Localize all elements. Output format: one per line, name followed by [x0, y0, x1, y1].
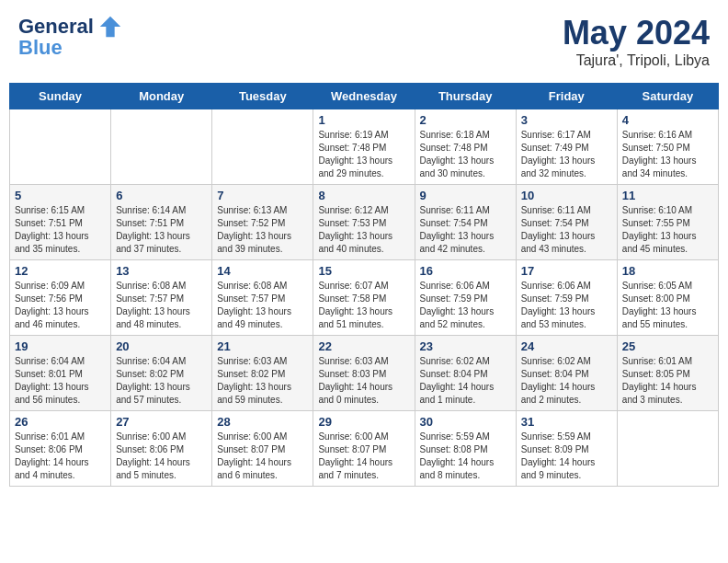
calendar-cell: [111, 109, 212, 185]
day-number: 1: [318, 113, 409, 127]
title-area: May 2024 Tajura', Tripoli, Libya: [563, 14, 710, 69]
day-number: 12: [15, 264, 106, 278]
day-info: Sunrise: 6:05 AM Sunset: 8:00 PM Dayligh…: [622, 280, 713, 331]
day-header-wednesday: Wednesday: [313, 84, 415, 109]
day-number: 3: [521, 113, 612, 127]
day-number: 26: [15, 415, 106, 429]
day-number: 24: [521, 339, 612, 353]
day-info: Sunrise: 5:59 AM Sunset: 8:08 PM Dayligh…: [420, 431, 511, 482]
day-number: 14: [217, 264, 308, 278]
week-row-5: 26Sunrise: 6:01 AM Sunset: 8:06 PM Dayli…: [10, 411, 719, 487]
day-number: 15: [318, 264, 409, 278]
day-info: Sunrise: 6:16 AM Sunset: 7:50 PM Dayligh…: [622, 129, 713, 180]
day-header-sunday: Sunday: [10, 84, 111, 109]
day-number: 11: [622, 189, 713, 202]
day-info: Sunrise: 6:12 AM Sunset: 7:53 PM Dayligh…: [318, 204, 409, 256]
day-info: Sunrise: 6:02 AM Sunset: 8:04 PM Dayligh…: [420, 355, 511, 407]
week-row-4: 19Sunrise: 6:04 AM Sunset: 8:01 PM Dayli…: [10, 336, 719, 411]
logo-text: General: [18, 16, 94, 38]
day-number: 10: [521, 189, 612, 202]
day-number: 8: [318, 189, 409, 202]
calendar-cell: 18Sunrise: 6:05 AM Sunset: 8:00 PM Dayli…: [617, 260, 718, 336]
day-number: 31: [521, 415, 612, 429]
month-title: May 2024: [563, 14, 710, 52]
day-number: 30: [420, 415, 511, 429]
calendar-cell: 4Sunrise: 6:16 AM Sunset: 7:50 PM Daylig…: [617, 109, 718, 185]
calendar-cell: 24Sunrise: 6:02 AM Sunset: 8:04 PM Dayli…: [516, 336, 617, 411]
calendar-cell: 14Sunrise: 6:08 AM Sunset: 7:57 PM Dayli…: [212, 260, 313, 336]
day-info: Sunrise: 6:10 AM Sunset: 7:55 PM Dayligh…: [622, 204, 713, 256]
logo: General Blue: [18, 14, 123, 60]
page-header: General Blue May 2024 Tajura', Tripoli, …: [9, 9, 719, 74]
day-header-thursday: Thursday: [415, 84, 516, 109]
day-info: Sunrise: 6:15 AM Sunset: 7:51 PM Dayligh…: [15, 204, 106, 256]
calendar-cell: 20Sunrise: 6:04 AM Sunset: 8:02 PM Dayli…: [111, 336, 212, 411]
day-number: 16: [420, 264, 511, 278]
day-number: 25: [622, 339, 713, 353]
calendar-cell: 26Sunrise: 6:01 AM Sunset: 8:06 PM Dayli…: [10, 411, 111, 487]
day-info: Sunrise: 6:01 AM Sunset: 8:05 PM Dayligh…: [622, 355, 713, 407]
calendar-cell: 11Sunrise: 6:10 AM Sunset: 7:55 PM Dayli…: [617, 185, 718, 260]
calendar-cell: 5Sunrise: 6:15 AM Sunset: 7:51 PM Daylig…: [10, 185, 111, 260]
calendar-cell: 16Sunrise: 6:06 AM Sunset: 7:59 PM Dayli…: [415, 260, 516, 336]
calendar-cell: [10, 109, 111, 185]
calendar-cell: 21Sunrise: 6:03 AM Sunset: 8:02 PM Dayli…: [212, 336, 313, 411]
logo-icon: [97, 14, 123, 40]
day-info: Sunrise: 6:06 AM Sunset: 7:59 PM Dayligh…: [420, 280, 511, 331]
calendar-cell: 6Sunrise: 6:14 AM Sunset: 7:51 PM Daylig…: [111, 185, 212, 260]
day-number: 20: [116, 339, 207, 353]
day-info: Sunrise: 6:04 AM Sunset: 8:02 PM Dayligh…: [116, 355, 207, 407]
calendar-cell: 7Sunrise: 6:13 AM Sunset: 7:52 PM Daylig…: [212, 185, 313, 260]
calendar-cell: 10Sunrise: 6:11 AM Sunset: 7:54 PM Dayli…: [516, 185, 617, 260]
week-row-3: 12Sunrise: 6:09 AM Sunset: 7:56 PM Dayli…: [10, 260, 719, 336]
day-info: Sunrise: 6:00 AM Sunset: 8:06 PM Dayligh…: [116, 431, 207, 482]
svg-marker-0: [100, 17, 120, 37]
week-row-1: 1Sunrise: 6:19 AM Sunset: 7:48 PM Daylig…: [10, 109, 719, 185]
day-number: 9: [420, 189, 511, 202]
day-info: Sunrise: 6:07 AM Sunset: 7:58 PM Dayligh…: [318, 280, 409, 331]
day-info: Sunrise: 6:03 AM Sunset: 8:02 PM Dayligh…: [217, 355, 308, 407]
calendar-cell: 22Sunrise: 6:03 AM Sunset: 8:03 PM Dayli…: [313, 336, 415, 411]
day-info: Sunrise: 6:13 AM Sunset: 7:52 PM Dayligh…: [217, 204, 308, 256]
calendar-cell: 1Sunrise: 6:19 AM Sunset: 7:48 PM Daylig…: [313, 109, 415, 185]
day-info: Sunrise: 6:19 AM Sunset: 7:48 PM Dayligh…: [318, 129, 409, 180]
day-number: 28: [217, 415, 308, 429]
calendar-cell: 19Sunrise: 6:04 AM Sunset: 8:01 PM Dayli…: [10, 336, 111, 411]
calendar-cell: 30Sunrise: 5:59 AM Sunset: 8:08 PM Dayli…: [415, 411, 516, 487]
day-info: Sunrise: 6:17 AM Sunset: 7:49 PM Dayligh…: [521, 129, 612, 180]
calendar-cell: 2Sunrise: 6:18 AM Sunset: 7:48 PM Daylig…: [415, 109, 516, 185]
calendar-cell: 23Sunrise: 6:02 AM Sunset: 8:04 PM Dayli…: [415, 336, 516, 411]
day-info: Sunrise: 6:08 AM Sunset: 7:57 PM Dayligh…: [116, 280, 207, 331]
day-info: Sunrise: 6:09 AM Sunset: 7:56 PM Dayligh…: [15, 280, 106, 331]
day-number: 21: [217, 339, 308, 353]
day-number: 4: [622, 113, 713, 127]
day-info: Sunrise: 6:02 AM Sunset: 8:04 PM Dayligh…: [521, 355, 612, 407]
calendar-cell: 28Sunrise: 6:00 AM Sunset: 8:07 PM Dayli…: [212, 411, 313, 487]
location: Tajura', Tripoli, Libya: [563, 52, 710, 69]
calendar-header-row: SundayMondayTuesdayWednesdayThursdayFrid…: [10, 84, 719, 109]
calendar-cell: 27Sunrise: 6:00 AM Sunset: 8:06 PM Dayli…: [111, 411, 212, 487]
day-number: 13: [116, 264, 207, 278]
day-number: 29: [318, 415, 409, 429]
calendar-cell: 8Sunrise: 6:12 AM Sunset: 7:53 PM Daylig…: [313, 185, 415, 260]
week-row-2: 5Sunrise: 6:15 AM Sunset: 7:51 PM Daylig…: [10, 185, 719, 260]
day-info: Sunrise: 6:01 AM Sunset: 8:06 PM Dayligh…: [15, 431, 106, 482]
calendar-cell: 12Sunrise: 6:09 AM Sunset: 7:56 PM Dayli…: [10, 260, 111, 336]
day-header-tuesday: Tuesday: [212, 84, 313, 109]
calendar-cell: [212, 109, 313, 185]
day-number: 2: [420, 113, 511, 127]
day-number: 6: [116, 189, 207, 202]
day-info: Sunrise: 6:00 AM Sunset: 8:07 PM Dayligh…: [318, 431, 409, 482]
day-header-friday: Friday: [516, 84, 617, 109]
calendar-cell: 29Sunrise: 6:00 AM Sunset: 8:07 PM Dayli…: [313, 411, 415, 487]
calendar-cell: 25Sunrise: 6:01 AM Sunset: 8:05 PM Dayli…: [617, 336, 718, 411]
day-info: Sunrise: 6:18 AM Sunset: 7:48 PM Dayligh…: [420, 129, 511, 180]
day-info: Sunrise: 5:59 AM Sunset: 8:09 PM Dayligh…: [521, 431, 612, 482]
day-info: Sunrise: 6:11 AM Sunset: 7:54 PM Dayligh…: [420, 204, 511, 256]
day-number: 5: [15, 189, 106, 202]
calendar-cell: [617, 411, 718, 487]
day-info: Sunrise: 6:03 AM Sunset: 8:03 PM Dayligh…: [318, 355, 409, 407]
calendar-cell: 31Sunrise: 5:59 AM Sunset: 8:09 PM Dayli…: [516, 411, 617, 487]
calendar-cell: 15Sunrise: 6:07 AM Sunset: 7:58 PM Dayli…: [313, 260, 415, 336]
calendar-table: SundayMondayTuesdayWednesdayThursdayFrid…: [9, 83, 719, 487]
